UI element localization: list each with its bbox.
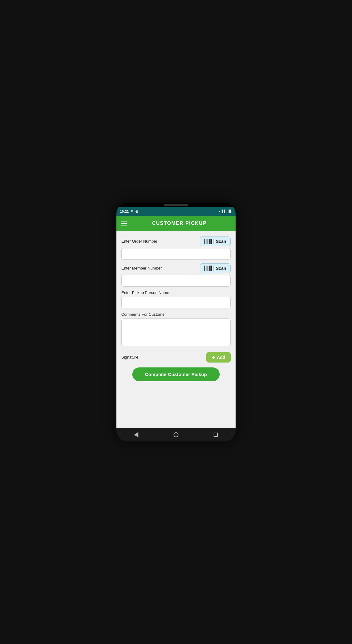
signature-label: Signature bbox=[121, 355, 138, 359]
page-title: CUSTOMER PICKUP bbox=[127, 221, 231, 226]
status-bar-left: 10:21 ⚙ ◎ bbox=[120, 209, 138, 213]
status-bar-right: ▾ ▌▌ ▐▌ bbox=[219, 210, 232, 213]
member-number-scan-button[interactable]: Scan bbox=[200, 263, 231, 273]
order-number-input[interactable] bbox=[121, 248, 231, 260]
comments-group: Comments For Customer bbox=[121, 312, 231, 347]
signature-row: Signature + Add bbox=[121, 352, 231, 363]
battery-icon: ▐▌ bbox=[228, 210, 232, 213]
time-display: 10:21 bbox=[120, 210, 129, 213]
pickup-person-row: Enter Pickup Person Name bbox=[121, 290, 231, 295]
member-number-label: Enter Member Number bbox=[121, 266, 162, 270]
phone-top-bar bbox=[116, 203, 236, 207]
order-number-row: Enter Order Number Scan bbox=[121, 236, 231, 246]
recents-button[interactable] bbox=[207, 431, 224, 438]
notch bbox=[164, 204, 188, 206]
phone-shell: 10:21 ⚙ ◎ ▾ ▌▌ ▐▌ CUSTOMER PICKUP Enter bbox=[116, 203, 236, 441]
app-bar: CUSTOMER PICKUP bbox=[116, 216, 236, 231]
status-bar: 10:21 ⚙ ◎ ▾ ▌▌ ▐▌ bbox=[116, 207, 236, 216]
order-scan-label: Scan bbox=[216, 239, 226, 244]
recents-icon bbox=[214, 433, 218, 437]
add-signature-button[interactable]: + Add bbox=[206, 352, 231, 363]
location-icon: ◎ bbox=[135, 209, 138, 213]
member-number-group: Enter Member Number Scan bbox=[121, 263, 231, 287]
complete-pickup-button[interactable]: Complete Customer Pickup bbox=[132, 367, 220, 381]
barcode-icon-member bbox=[204, 266, 214, 271]
order-number-label: Enter Order Number bbox=[121, 239, 157, 244]
plus-icon: + bbox=[212, 355, 215, 360]
pickup-person-label: Enter Pickup Person Name bbox=[121, 290, 169, 295]
settings-icon: ⚙ bbox=[130, 209, 134, 213]
member-scan-label: Scan bbox=[216, 266, 226, 271]
member-number-input[interactable] bbox=[121, 275, 231, 287]
pickup-person-group: Enter Pickup Person Name bbox=[121, 290, 231, 308]
order-number-group: Enter Order Number Scan bbox=[121, 236, 231, 260]
back-icon bbox=[134, 432, 138, 437]
signal-icon: ▌▌ bbox=[222, 210, 226, 213]
home-button[interactable] bbox=[167, 431, 185, 438]
back-button[interactable] bbox=[128, 431, 145, 439]
member-number-row: Enter Member Number Scan bbox=[121, 263, 231, 273]
add-label: Add bbox=[217, 355, 225, 360]
home-icon bbox=[174, 432, 178, 437]
comments-label: Comments For Customer bbox=[121, 312, 166, 317]
barcode-icon-order bbox=[204, 239, 214, 244]
comments-textarea[interactable] bbox=[121, 318, 231, 346]
menu-button[interactable] bbox=[121, 221, 127, 226]
pickup-person-input[interactable] bbox=[121, 297, 231, 308]
wifi-icon: ▾ bbox=[219, 210, 220, 213]
order-number-scan-button[interactable]: Scan bbox=[200, 236, 231, 246]
bottom-nav bbox=[116, 428, 236, 441]
content-area: Enter Order Number Scan bbox=[116, 231, 236, 428]
comments-row: Comments For Customer bbox=[121, 312, 231, 317]
